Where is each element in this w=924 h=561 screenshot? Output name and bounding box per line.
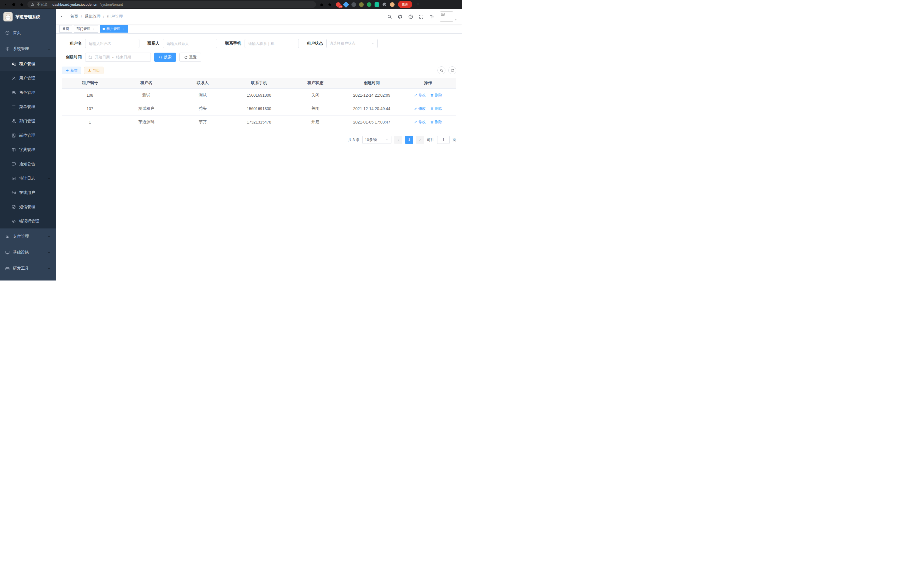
sidebar-item-menu[interactable]: 菜单管理 bbox=[0, 100, 56, 114]
sidebar-item-audit-log[interactable]: 审计日志 bbox=[0, 171, 56, 186]
refresh-table-button[interactable] bbox=[448, 66, 456, 74]
page-number-button[interactable]: 1 bbox=[405, 136, 413, 144]
sidebar-item-payment[interactable]: 支付管理 bbox=[0, 229, 56, 244]
search-button[interactable]: 搜索 bbox=[154, 53, 176, 62]
sidebar-item-post[interactable]: 岗位管理 bbox=[0, 128, 56, 143]
omnibox-divider bbox=[50, 3, 50, 6]
font-size-icon[interactable] bbox=[429, 14, 434, 19]
sidebar-item-sms[interactable]: 短信管理 bbox=[0, 200, 56, 214]
breadcrumb-system[interactable]: 系统管理 bbox=[85, 14, 100, 19]
browser-menu-kebab-icon[interactable] bbox=[416, 2, 420, 7]
toolbox-icon bbox=[5, 266, 10, 271]
chevron-up-icon bbox=[47, 47, 51, 51]
extension-icon-6[interactable] bbox=[375, 2, 379, 7]
sidebar-item-infra[interactable]: 基础设施 bbox=[0, 244, 56, 260]
sidebar-item-devtools[interactable]: 研发工具 bbox=[0, 260, 56, 277]
sidebar-item-system[interactable]: 系统管理 bbox=[0, 41, 56, 57]
sidebar: 芋道管理系统 首页 系统管理 租户管理 用户管理 角色管理 bbox=[0, 9, 56, 281]
date-range-picker[interactable]: 开始日期 - 结束日期 bbox=[85, 53, 151, 62]
mobile-input[interactable] bbox=[244, 39, 299, 48]
cell-status: 开启 bbox=[287, 115, 344, 129]
help-question-icon[interactable] bbox=[408, 14, 413, 19]
chevron-down-icon bbox=[47, 267, 51, 271]
app-title: 芋道管理系统 bbox=[15, 14, 40, 20]
col-actions: 操作 bbox=[400, 78, 456, 88]
back-icon[interactable] bbox=[3, 2, 8, 7]
sidebar-item-role[interactable]: 角色管理 bbox=[0, 86, 56, 100]
sidebar-item-online-user[interactable]: 在线用户 bbox=[0, 186, 56, 200]
cell-mobile: 15601691300 bbox=[231, 102, 287, 115]
cell-created: 2021-12-14 20:49:44 bbox=[344, 102, 400, 115]
edit-link[interactable]: 修改 bbox=[414, 106, 426, 111]
warning-icon bbox=[31, 3, 34, 6]
edit-link[interactable]: 修改 bbox=[414, 120, 426, 125]
sidebar-item-error-code[interactable]: 错误码管理 bbox=[0, 214, 56, 229]
tab-close-icon[interactable] bbox=[122, 27, 125, 31]
chevron-down-icon bbox=[386, 138, 389, 141]
extension-icon-2[interactable] bbox=[343, 1, 350, 8]
extension-icon-3[interactable] bbox=[351, 2, 356, 7]
pagination: 共 3 条 10条/页 1 前往 页 bbox=[62, 136, 456, 144]
bookmark-star-icon[interactable] bbox=[327, 2, 332, 7]
plus-icon bbox=[65, 69, 69, 72]
pagination-total: 共 3 条 bbox=[348, 137, 359, 142]
extension-icon-5[interactable] bbox=[367, 2, 371, 7]
contact-input[interactable] bbox=[163, 39, 217, 48]
toolbar-right bbox=[437, 66, 456, 74]
delete-link[interactable]: 删除 bbox=[430, 120, 442, 125]
goto-page-input[interactable] bbox=[437, 136, 450, 144]
sidebar-item-tenant[interactable]: 租户管理 bbox=[0, 57, 56, 71]
calendar-icon bbox=[88, 55, 92, 59]
filter-status: 租户状态 请选择租户状态 bbox=[307, 39, 378, 48]
add-button[interactable]: 新增 bbox=[62, 67, 81, 74]
cell-contact: 秃头 bbox=[175, 102, 231, 115]
home-icon[interactable] bbox=[20, 2, 24, 7]
fullscreen-icon[interactable] bbox=[419, 14, 424, 19]
filter-contact: 联系人 bbox=[147, 39, 217, 48]
sidebar-item-notice[interactable]: 通知公告 bbox=[0, 157, 56, 171]
toggle-search-button[interactable] bbox=[437, 66, 446, 74]
refresh-icon bbox=[184, 56, 188, 59]
tab-close-icon[interactable] bbox=[92, 27, 95, 31]
search-icon bbox=[159, 56, 163, 59]
address-bar[interactable]: 不安全 dashboard.yudao.iocoder.cn/system/te… bbox=[27, 1, 316, 8]
page-size-select[interactable]: 10条/页 bbox=[362, 136, 392, 144]
sidebar-item-dict[interactable]: 字典管理 bbox=[0, 143, 56, 157]
sidebar-item-home[interactable]: 首页 bbox=[0, 25, 56, 41]
extension-icon-1[interactable]: 10 bbox=[336, 2, 340, 7]
tab-tenant[interactable]: 租户管理 bbox=[100, 25, 128, 33]
search-icon[interactable] bbox=[387, 14, 392, 19]
profile-avatar-icon[interactable] bbox=[390, 2, 394, 7]
tab-home[interactable]: 首页 bbox=[59, 25, 72, 33]
monitor-icon bbox=[5, 250, 10, 255]
reset-button[interactable]: 重置 bbox=[179, 53, 201, 62]
delete-link[interactable]: 删除 bbox=[430, 106, 442, 111]
filter-row-1: 租户名 联系人 联系手机 租户状态 请选择租户状态 bbox=[62, 39, 456, 48]
github-icon[interactable] bbox=[398, 14, 403, 19]
edit-link[interactable]: 修改 bbox=[414, 93, 426, 98]
puzzle-icon[interactable] bbox=[382, 2, 387, 7]
status-select[interactable]: 请选择租户状态 bbox=[326, 39, 378, 48]
sidebar-item-user[interactable]: 用户管理 bbox=[0, 71, 56, 86]
trash-icon bbox=[430, 107, 434, 110]
sidebar-item-dept[interactable]: 部门管理 bbox=[0, 114, 56, 128]
prev-page-button[interactable] bbox=[394, 136, 402, 144]
browser-update-button[interactable]: 更新 bbox=[398, 1, 412, 8]
user-avatar[interactable] bbox=[440, 11, 458, 22]
log-edit-icon bbox=[11, 176, 16, 181]
breadcrumb-home[interactable]: 首页 bbox=[70, 14, 78, 19]
sidebar-toggle-icon[interactable] bbox=[61, 14, 66, 19]
tab-dept[interactable]: 部门管理 bbox=[74, 25, 98, 33]
next-page-button[interactable] bbox=[416, 136, 424, 144]
extension-icon-4[interactable] bbox=[359, 2, 364, 7]
export-button[interactable]: 导出 bbox=[84, 67, 104, 74]
reload-icon[interactable] bbox=[11, 2, 16, 7]
delete-link[interactable]: 删除 bbox=[430, 93, 442, 98]
app-logo[interactable]: 芋道管理系统 bbox=[0, 9, 56, 25]
breadcrumb-separator: / bbox=[81, 14, 82, 19]
col-tenant-name: 租户名 bbox=[118, 78, 174, 88]
col-created: 创建时间 bbox=[344, 78, 400, 88]
edit-pencil-icon bbox=[414, 120, 417, 124]
share-icon[interactable] bbox=[320, 2, 324, 7]
tenant-name-input[interactable] bbox=[85, 39, 140, 48]
